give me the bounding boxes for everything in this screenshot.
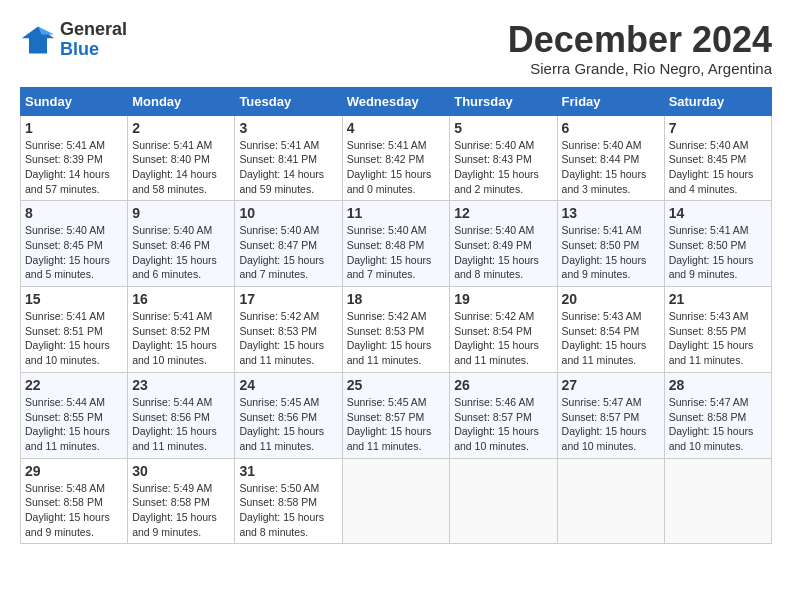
day-info: Sunrise: 5:42 AM Sunset: 8:54 PM Dayligh…	[454, 309, 552, 368]
calendar-day-cell: 20Sunrise: 5:43 AM Sunset: 8:54 PM Dayli…	[557, 287, 664, 373]
day-number: 13	[562, 205, 660, 221]
day-number: 4	[347, 120, 446, 136]
calendar-day-cell: 15Sunrise: 5:41 AM Sunset: 8:51 PM Dayli…	[21, 287, 128, 373]
day-number: 21	[669, 291, 767, 307]
calendar-day-cell: 13Sunrise: 5:41 AM Sunset: 8:50 PM Dayli…	[557, 201, 664, 287]
day-number: 3	[239, 120, 337, 136]
calendar-day-cell: 26Sunrise: 5:46 AM Sunset: 8:57 PM Dayli…	[450, 372, 557, 458]
calendar-week-row: 15Sunrise: 5:41 AM Sunset: 8:51 PM Dayli…	[21, 287, 772, 373]
day-number: 12	[454, 205, 552, 221]
day-number: 31	[239, 463, 337, 479]
logo-icon	[20, 22, 56, 58]
calendar-day-cell: 18Sunrise: 5:42 AM Sunset: 8:53 PM Dayli…	[342, 287, 450, 373]
day-number: 1	[25, 120, 123, 136]
logo-text: General Blue	[60, 20, 127, 60]
calendar-table: SundayMondayTuesdayWednesdayThursdayFrid…	[20, 87, 772, 545]
calendar-day-cell: 23Sunrise: 5:44 AM Sunset: 8:56 PM Dayli…	[128, 372, 235, 458]
calendar-day-cell: 1Sunrise: 5:41 AM Sunset: 8:39 PM Daylig…	[21, 115, 128, 201]
day-info: Sunrise: 5:50 AM Sunset: 8:58 PM Dayligh…	[239, 481, 337, 540]
page-header: General Blue December 2024 Sierra Grande…	[20, 20, 772, 77]
calendar-day-cell: 12Sunrise: 5:40 AM Sunset: 8:49 PM Dayli…	[450, 201, 557, 287]
day-number: 14	[669, 205, 767, 221]
day-number: 19	[454, 291, 552, 307]
calendar-day-cell: 29Sunrise: 5:48 AM Sunset: 8:58 PM Dayli…	[21, 458, 128, 544]
calendar-day-cell: 4Sunrise: 5:41 AM Sunset: 8:42 PM Daylig…	[342, 115, 450, 201]
calendar-day-cell: 17Sunrise: 5:42 AM Sunset: 8:53 PM Dayli…	[235, 287, 342, 373]
day-number: 10	[239, 205, 337, 221]
calendar-day-cell	[342, 458, 450, 544]
calendar-day-cell	[450, 458, 557, 544]
day-info: Sunrise: 5:41 AM Sunset: 8:40 PM Dayligh…	[132, 138, 230, 197]
day-info: Sunrise: 5:41 AM Sunset: 8:39 PM Dayligh…	[25, 138, 123, 197]
weekday-header: Wednesday	[342, 87, 450, 115]
calendar-week-row: 29Sunrise: 5:48 AM Sunset: 8:58 PM Dayli…	[21, 458, 772, 544]
day-info: Sunrise: 5:41 AM Sunset: 8:52 PM Dayligh…	[132, 309, 230, 368]
calendar-day-cell: 5Sunrise: 5:40 AM Sunset: 8:43 PM Daylig…	[450, 115, 557, 201]
day-info: Sunrise: 5:40 AM Sunset: 8:43 PM Dayligh…	[454, 138, 552, 197]
weekday-header: Thursday	[450, 87, 557, 115]
calendar-week-row: 22Sunrise: 5:44 AM Sunset: 8:55 PM Dayli…	[21, 372, 772, 458]
day-number: 30	[132, 463, 230, 479]
weekday-header: Monday	[128, 87, 235, 115]
calendar-day-cell: 24Sunrise: 5:45 AM Sunset: 8:56 PM Dayli…	[235, 372, 342, 458]
calendar-day-cell: 19Sunrise: 5:42 AM Sunset: 8:54 PM Dayli…	[450, 287, 557, 373]
day-number: 5	[454, 120, 552, 136]
calendar-week-row: 1Sunrise: 5:41 AM Sunset: 8:39 PM Daylig…	[21, 115, 772, 201]
month-title: December 2024	[508, 20, 772, 60]
day-info: Sunrise: 5:40 AM Sunset: 8:49 PM Dayligh…	[454, 223, 552, 282]
day-info: Sunrise: 5:43 AM Sunset: 8:54 PM Dayligh…	[562, 309, 660, 368]
day-info: Sunrise: 5:46 AM Sunset: 8:57 PM Dayligh…	[454, 395, 552, 454]
calendar-day-cell: 14Sunrise: 5:41 AM Sunset: 8:50 PM Dayli…	[664, 201, 771, 287]
calendar-day-cell: 9Sunrise: 5:40 AM Sunset: 8:46 PM Daylig…	[128, 201, 235, 287]
day-info: Sunrise: 5:42 AM Sunset: 8:53 PM Dayligh…	[347, 309, 446, 368]
calendar-day-cell: 16Sunrise: 5:41 AM Sunset: 8:52 PM Dayli…	[128, 287, 235, 373]
day-info: Sunrise: 5:44 AM Sunset: 8:56 PM Dayligh…	[132, 395, 230, 454]
calendar-body: 1Sunrise: 5:41 AM Sunset: 8:39 PM Daylig…	[21, 115, 772, 544]
calendar-day-cell: 7Sunrise: 5:40 AM Sunset: 8:45 PM Daylig…	[664, 115, 771, 201]
day-info: Sunrise: 5:41 AM Sunset: 8:50 PM Dayligh…	[562, 223, 660, 282]
calendar-day-cell: 30Sunrise: 5:49 AM Sunset: 8:58 PM Dayli…	[128, 458, 235, 544]
weekday-header: Tuesday	[235, 87, 342, 115]
calendar-day-cell: 10Sunrise: 5:40 AM Sunset: 8:47 PM Dayli…	[235, 201, 342, 287]
day-number: 28	[669, 377, 767, 393]
day-number: 6	[562, 120, 660, 136]
day-number: 29	[25, 463, 123, 479]
calendar-day-cell	[557, 458, 664, 544]
day-info: Sunrise: 5:40 AM Sunset: 8:45 PM Dayligh…	[669, 138, 767, 197]
calendar-day-cell: 3Sunrise: 5:41 AM Sunset: 8:41 PM Daylig…	[235, 115, 342, 201]
day-info: Sunrise: 5:41 AM Sunset: 8:51 PM Dayligh…	[25, 309, 123, 368]
location-subtitle: Sierra Grande, Rio Negro, Argentina	[508, 60, 772, 77]
day-number: 16	[132, 291, 230, 307]
day-info: Sunrise: 5:42 AM Sunset: 8:53 PM Dayligh…	[239, 309, 337, 368]
day-number: 8	[25, 205, 123, 221]
day-info: Sunrise: 5:45 AM Sunset: 8:57 PM Dayligh…	[347, 395, 446, 454]
day-number: 27	[562, 377, 660, 393]
calendar-day-cell: 22Sunrise: 5:44 AM Sunset: 8:55 PM Dayli…	[21, 372, 128, 458]
calendar-day-cell: 21Sunrise: 5:43 AM Sunset: 8:55 PM Dayli…	[664, 287, 771, 373]
day-info: Sunrise: 5:41 AM Sunset: 8:42 PM Dayligh…	[347, 138, 446, 197]
day-number: 25	[347, 377, 446, 393]
day-info: Sunrise: 5:40 AM Sunset: 8:46 PM Dayligh…	[132, 223, 230, 282]
day-info: Sunrise: 5:48 AM Sunset: 8:58 PM Dayligh…	[25, 481, 123, 540]
calendar-day-cell: 28Sunrise: 5:47 AM Sunset: 8:58 PM Dayli…	[664, 372, 771, 458]
day-number: 11	[347, 205, 446, 221]
day-number: 20	[562, 291, 660, 307]
day-info: Sunrise: 5:47 AM Sunset: 8:57 PM Dayligh…	[562, 395, 660, 454]
day-number: 7	[669, 120, 767, 136]
weekday-header: Saturday	[664, 87, 771, 115]
day-info: Sunrise: 5:47 AM Sunset: 8:58 PM Dayligh…	[669, 395, 767, 454]
day-info: Sunrise: 5:40 AM Sunset: 8:47 PM Dayligh…	[239, 223, 337, 282]
day-info: Sunrise: 5:40 AM Sunset: 8:44 PM Dayligh…	[562, 138, 660, 197]
day-info: Sunrise: 5:45 AM Sunset: 8:56 PM Dayligh…	[239, 395, 337, 454]
day-info: Sunrise: 5:40 AM Sunset: 8:48 PM Dayligh…	[347, 223, 446, 282]
weekday-header: Friday	[557, 87, 664, 115]
calendar-day-cell: 31Sunrise: 5:50 AM Sunset: 8:58 PM Dayli…	[235, 458, 342, 544]
day-info: Sunrise: 5:40 AM Sunset: 8:45 PM Dayligh…	[25, 223, 123, 282]
day-number: 24	[239, 377, 337, 393]
day-number: 23	[132, 377, 230, 393]
calendar-day-cell: 8Sunrise: 5:40 AM Sunset: 8:45 PM Daylig…	[21, 201, 128, 287]
day-number: 17	[239, 291, 337, 307]
day-info: Sunrise: 5:43 AM Sunset: 8:55 PM Dayligh…	[669, 309, 767, 368]
day-info: Sunrise: 5:41 AM Sunset: 8:41 PM Dayligh…	[239, 138, 337, 197]
calendar-week-row: 8Sunrise: 5:40 AM Sunset: 8:45 PM Daylig…	[21, 201, 772, 287]
